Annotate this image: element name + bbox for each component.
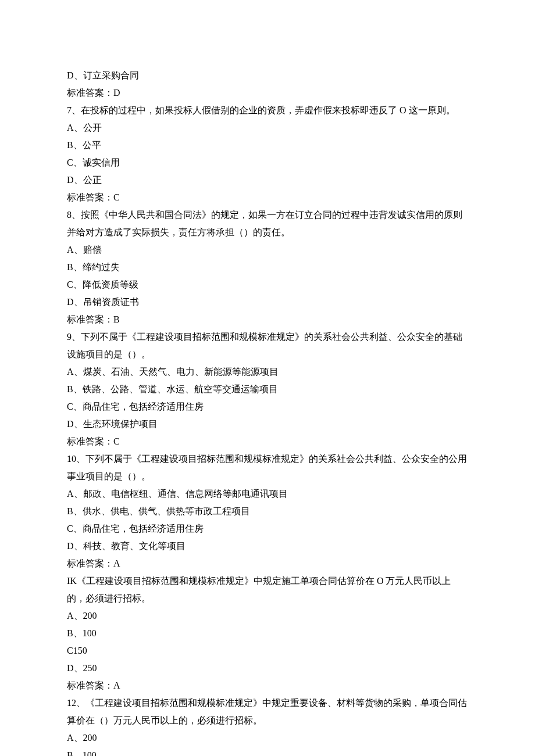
text-line: 标准答案：C (67, 433, 468, 450)
text-line: D、250 (67, 660, 468, 677)
text-line: D、公正 (67, 171, 468, 189)
text-line: A、200 (67, 729, 468, 747)
text-line: 8、按照《中华人民共和国合同法》的规定，如果一方在订立合同的过程中违背发诚实信用… (67, 206, 468, 241)
text-line: C、诚实信用 (67, 154, 468, 171)
text-line: C、商品住宅，包括经济适用住房 (67, 520, 468, 538)
text-line: 7、在投标的过程中，如果投标人假借别的企业的资质，弄虚作假来投标即违反了 O 这… (67, 102, 468, 119)
text-line: C、降低资质等级 (67, 276, 468, 293)
text-line: B、铁路、公路、管道、水运、航空等交通运输项目 (67, 381, 468, 398)
text-line: B、公平 (67, 137, 468, 154)
text-line: 10、下列不属于《工程建设项目招标范围和规模标准规定》的关系社会公共利益、公众安… (67, 450, 468, 485)
text-line: 12、《工程建设项目招标范围和规模标准规定》中规定重要设备、材料等货物的采购，单… (67, 694, 468, 729)
text-line: A、赔偿 (67, 241, 468, 259)
text-line: 标准答案：D (67, 84, 468, 102)
text-line: B、缔约过失 (67, 259, 468, 276)
text-line: D、科技、教育、文化等项目 (67, 538, 468, 555)
text-line: C150 (67, 642, 468, 660)
text-line: A、邮政、电信枢纽、通信、信息网络等邮电通讯项目 (67, 485, 468, 503)
text-line: D、生态环境保护项目 (67, 415, 468, 433)
text-line: A、200 (67, 607, 468, 625)
text-line: B、供水、供电、供气、供热等市政工程项目 (67, 503, 468, 520)
text-line: D、吊销资质证书 (67, 293, 468, 311)
text-line: 标准答案：C (67, 189, 468, 206)
text-line: 标准答案：A (67, 677, 468, 694)
text-line: C、商品住宅，包括经济适用住房 (67, 398, 468, 415)
document-body: D、订立采购合同标准答案：D7、在投标的过程中，如果投标人假借别的企业的资质，弄… (67, 67, 468, 756)
text-line: B、100 (67, 625, 468, 642)
text-line: 标准答案：B (67, 311, 468, 328)
text-line: 9、下列不属于《工程建设项目招标范围和规模标准规定》的关系社会公共利益、公众安全… (67, 328, 468, 363)
document-page: D、订立采购合同标准答案：D7、在投标的过程中，如果投标人假借别的企业的资质，弄… (0, 0, 535, 756)
text-line: A、公开 (67, 119, 468, 137)
text-line: A、煤炭、石油、天然气、电力、新能源等能源项目 (67, 363, 468, 381)
text-line: D、订立采购合同 (67, 67, 468, 84)
text-line: 标准答案：A (67, 555, 468, 572)
text-line: B、100 (67, 747, 468, 756)
text-line: IK《工程建设项目招标范围和规模标准规定》中规定施工单项合同估算价在 O 万元人… (67, 572, 468, 607)
